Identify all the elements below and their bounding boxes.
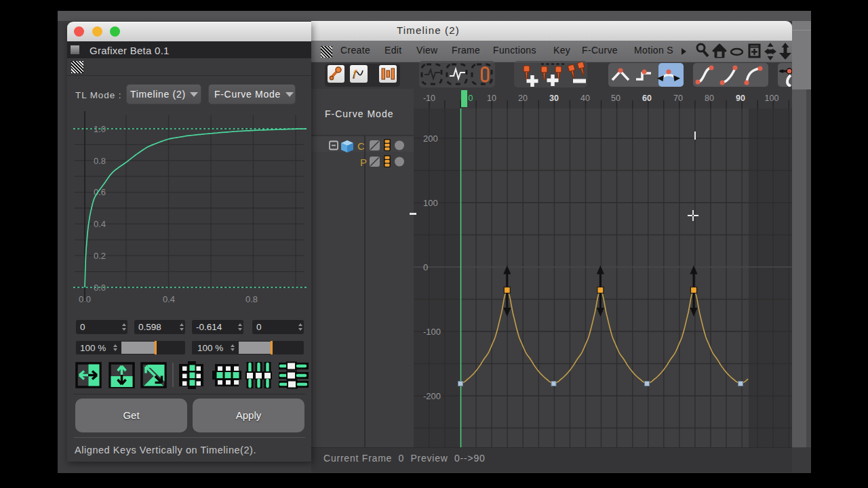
svg-text:10: 10 — [487, 94, 496, 103]
svg-text:P: P — [360, 157, 367, 168]
svg-text:0.2: 0.2 — [94, 251, 106, 261]
svg-text:50: 50 — [611, 94, 620, 103]
svg-text:200: 200 — [423, 134, 438, 144]
svg-text:70: 70 — [673, 94, 683, 103]
svg-text:0.8: 0.8 — [94, 156, 106, 166]
svg-text:60: 60 — [642, 94, 652, 103]
svg-text:0.4: 0.4 — [94, 219, 106, 229]
svg-text:30: 30 — [549, 94, 559, 103]
svg-text:0.4: 0.4 — [163, 294, 175, 304]
svg-text:0.0: 0.0 — [79, 294, 91, 304]
svg-text:C: C — [357, 140, 365, 152]
svg-text:0: 0 — [469, 94, 473, 103]
svg-text:0: 0 — [423, 262, 428, 272]
svg-text:0.8: 0.8 — [245, 294, 258, 304]
svg-text:40: 40 — [580, 94, 590, 103]
svg-text:f: f — [353, 68, 357, 79]
svg-text:-100: -100 — [423, 327, 441, 337]
svg-text:-10: -10 — [423, 94, 435, 103]
svg-text:0.0: 0.0 — [94, 283, 106, 293]
svg-text:100: 100 — [423, 198, 438, 208]
svg-text:90: 90 — [736, 94, 745, 103]
svg-text:80: 80 — [705, 94, 714, 103]
svg-text:1.0: 1.0 — [94, 124, 106, 134]
svg-text:-200: -200 — [423, 391, 441, 401]
svg-text:20: 20 — [518, 94, 528, 103]
svg-text:100: 100 — [765, 94, 779, 103]
